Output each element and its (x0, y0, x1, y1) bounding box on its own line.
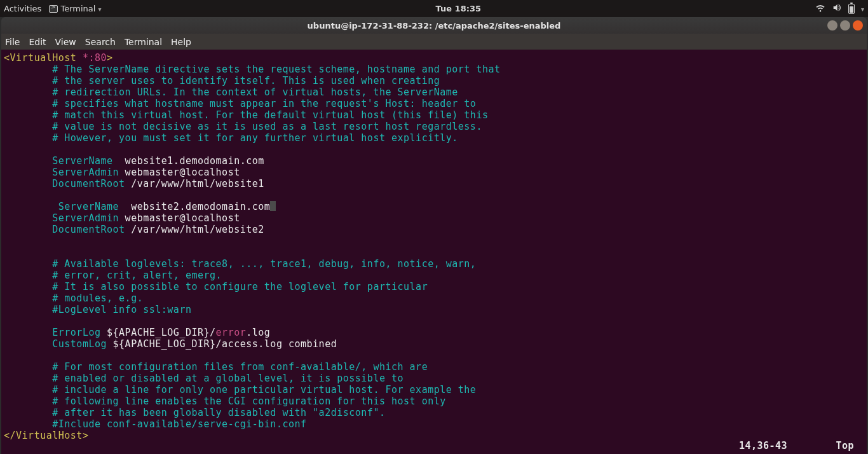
serveradmin-val-1: webmaster@localhost (119, 167, 240, 178)
comment-line: # the server uses to identify itself. Th… (52, 75, 440, 86)
terminal-app-label: Terminal (60, 4, 95, 13)
comment-line: # match this virtual host. For the defau… (52, 109, 488, 121)
cursor-position: 14,36-43 (739, 440, 787, 451)
comment-line: # error, crit, alert, emerg. (52, 270, 222, 281)
sound-icon[interactable] (832, 3, 842, 15)
power-menu-icon[interactable] (861, 4, 864, 13)
wifi-icon[interactable] (815, 3, 825, 15)
window-controls (827, 20, 863, 31)
menu-search[interactable]: Search (85, 37, 116, 47)
text-cursor (270, 201, 276, 211)
comment-line: # It is also possible to configure the l… (52, 281, 428, 292)
minimize-button[interactable] (827, 20, 837, 31)
comment-line: # specifies what hostname must appear in… (52, 98, 476, 109)
vhost-open-tag: <VirtualHost (4, 52, 76, 64)
menu-help[interactable]: Help (171, 37, 191, 47)
serveradmin-key: ServerAdmin (52, 212, 119, 224)
system-tray (815, 3, 864, 15)
close-button[interactable] (853, 20, 863, 31)
servername-val-1: website1.demodomain.com (113, 155, 264, 167)
comment-line: # The ServerName directive sets the requ… (52, 64, 500, 75)
documentroot-key: DocumentRoot (52, 224, 125, 235)
comment-line: # However, you must set it for any furth… (52, 132, 458, 144)
menu-file[interactable]: File (5, 37, 20, 47)
comment-line: # modules, e.g. (52, 292, 143, 304)
topbar-left: Activities Terminal (4, 4, 102, 13)
servername-val-2: website2.demodomain.com (119, 201, 270, 212)
comment-line: # enabled or disabled at a global level,… (52, 373, 403, 384)
errorlog-key: ErrorLog (52, 327, 100, 338)
window-titlebar: ubuntu@ip-172-31-88-232: /etc/apache2/si… (1, 17, 867, 34)
errorlog-error: error (216, 327, 247, 338)
vhost-port: *:80 (76, 52, 107, 64)
comment-line: # For most configuration files from conf… (52, 361, 428, 373)
terminal-app-menu[interactable]: Terminal (49, 4, 101, 13)
comment-line: # after it has been globally disabled wi… (52, 407, 385, 418)
comment-line: # Available loglevels: trace8, ..., trac… (52, 258, 476, 270)
clock[interactable]: Tue 18:35 (102, 4, 815, 13)
serveradmin-key: ServerAdmin (52, 167, 119, 178)
errorlog-val: ${APACHE_LOG_DIR}/ (101, 327, 216, 338)
terminal-icon (49, 5, 58, 13)
terminal-viewport[interactable]: <VirtualHost *:80> # The ServerName dire… (1, 50, 867, 454)
scroll-location: Top (836, 440, 854, 451)
documentroot-key: DocumentRoot (52, 178, 125, 189)
app-menubar: File Edit View Search Terminal Help (1, 34, 867, 50)
serveradmin-val-2: webmaster@localhost (119, 212, 240, 224)
comment-line: #Include conf-available/serve-cgi-bin.co… (52, 418, 306, 430)
customlog-val: ${APACHE_LOG_DIR}/access.log combined (107, 338, 337, 350)
gt: > (107, 52, 113, 64)
comment-line: #LogLevel info ssl:warn (52, 304, 191, 315)
documentroot-val-2: /var/www/html/website2 (125, 224, 264, 235)
vhost-close-tag: </VirtualHost> (4, 430, 88, 441)
customlog-key: CustomLog (52, 338, 107, 350)
menu-edit[interactable]: Edit (29, 37, 46, 47)
comment-line: # value is not decisive as it is used as… (52, 121, 482, 132)
gnome-topbar: Activities Terminal Tue 18:35 (0, 0, 868, 17)
activities-button[interactable]: Activities (4, 4, 41, 13)
errorlog-ext: .log (246, 327, 270, 338)
maximize-button[interactable] (840, 20, 850, 31)
vim-statusline: 14,36-43 Top (739, 440, 854, 451)
comment-line: # following line enables the CGI configu… (52, 396, 446, 407)
documentroot-val-1: /var/www/html/website1 (125, 178, 264, 189)
comment-line: # redirection URLs. In the context of vi… (52, 86, 458, 98)
servername-key: ServerName (58, 201, 119, 212)
menu-view[interactable]: View (55, 37, 76, 47)
battery-icon[interactable] (848, 4, 855, 14)
comment-line: # include a line for only one particular… (52, 384, 476, 396)
menu-terminal[interactable]: Terminal (125, 37, 162, 47)
servername-key: ServerName (52, 155, 112, 167)
window-title: ubuntu@ip-172-31-88-232: /etc/apache2/si… (1, 21, 867, 31)
